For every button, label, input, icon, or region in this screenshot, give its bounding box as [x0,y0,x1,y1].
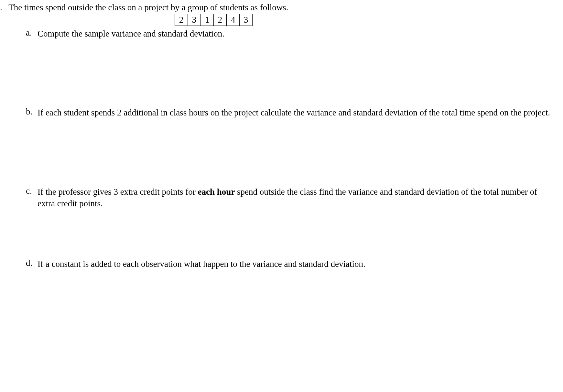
data-table-wrapper: 2 3 1 2 4 3 [0,14,563,26]
data-cell: 2 [214,14,227,26]
data-table-row: 2 3 1 2 4 3 [175,14,253,26]
data-cell: 2 [175,14,188,26]
question-d: d. If a constant is added to each observ… [26,258,557,270]
question-text-d: If a constant is added to each observati… [38,258,557,270]
question-label-b: b. [26,107,32,117]
data-cell: 4 [227,14,240,26]
question-text-c: If the professor gives 3 extra credit po… [38,186,557,210]
question-c: c. If the professor gives 3 extra credit… [26,186,557,210]
question-label-a: a. [26,28,32,38]
question-b: b. If each student spends 2 additional i… [26,107,557,118]
question-a: a. Compute the sample variance and stand… [26,28,557,39]
intro-line: . The times spend outside the class on a… [0,3,563,13]
leading-period: . [0,3,6,13]
question-label-d: d. [26,258,32,268]
question-text-a: Compute the sample variance and standard… [38,28,557,39]
page: . The times spend outside the class on a… [0,0,563,270]
data-table: 2 3 1 2 4 3 [175,14,253,26]
data-cell: 3 [188,14,201,26]
data-cell: 1 [201,14,214,26]
question-list: a. Compute the sample variance and stand… [0,28,563,270]
data-cell: 3 [240,14,253,26]
intro-text: The times spend outside the class on a p… [8,3,288,12]
question-label-c: c. [26,186,32,196]
question-text-b: If each student spends 2 additional in c… [38,107,557,118]
question-c-before: If the professor gives 3 extra credit po… [38,187,198,197]
question-c-bold: each hour [198,187,235,197]
